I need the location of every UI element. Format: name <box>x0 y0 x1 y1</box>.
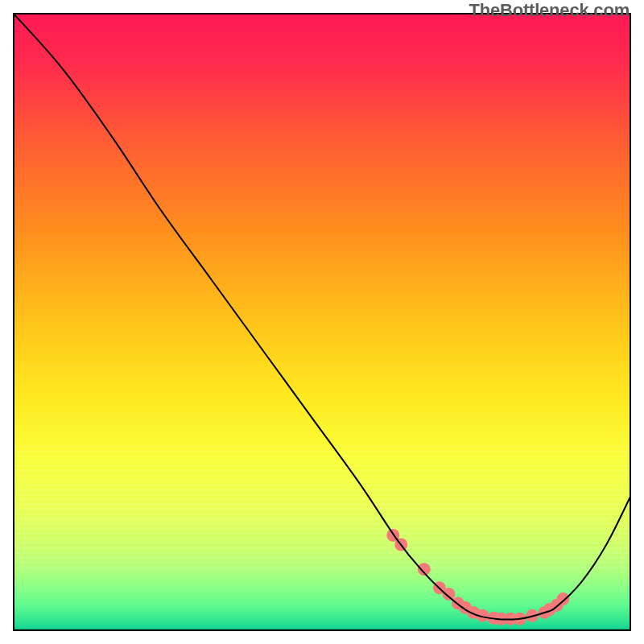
curve-canvas <box>13 13 631 631</box>
watermark-label: TheBottleneck.com <box>469 0 630 21</box>
chart-frame: TheBottleneck.com <box>0 0 644 644</box>
plot-area <box>13 13 631 631</box>
